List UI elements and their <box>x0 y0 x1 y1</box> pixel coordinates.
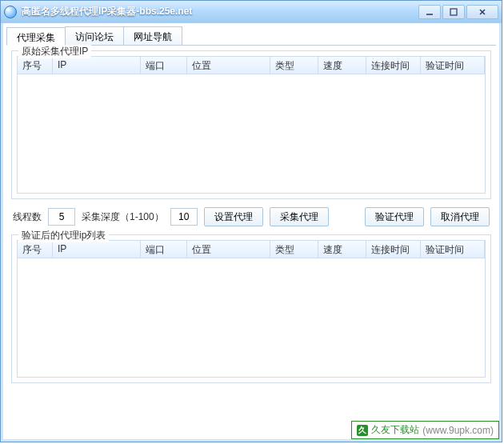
titlebar: 高匿名多线程代理IP采集器-bbs.25e.net <box>1 1 502 23</box>
col-speed[interactable]: 速度 <box>318 57 366 74</box>
col-ip[interactable]: IP <box>53 57 141 74</box>
client-area: 代理采集 访问论坛 网址导航 原始采集代理IP 序号 IP 端口 位置 类型 速… <box>1 23 502 442</box>
window-title: 高匿名多线程代理IP采集器-bbs.25e.net <box>22 5 418 18</box>
table-verified-body[interactable] <box>18 258 485 377</box>
table-raw-body[interactable] <box>18 74 485 193</box>
col-port[interactable]: 端口 <box>141 241 187 258</box>
watermark: 久 久友下载站 (www.9upk.com) <box>351 421 499 439</box>
tab-bar: 代理采集 访问论坛 网址导航 <box>6 26 496 46</box>
cancel-proxy-button[interactable]: 取消代理 <box>430 207 490 226</box>
tab-panel-collect: 原始采集代理IP 序号 IP 端口 位置 类型 速度 连接时间 验证时间 <box>6 46 496 436</box>
col-ip[interactable]: IP <box>53 241 141 258</box>
close-button[interactable] <box>466 5 498 19</box>
col-port[interactable]: 端口 <box>141 57 187 74</box>
col-type[interactable]: 类型 <box>270 241 318 258</box>
tab-nav[interactable]: 网址导航 <box>123 26 182 45</box>
svg-rect-1 <box>450 9 457 15</box>
col-conn[interactable]: 连接时间 <box>366 241 421 258</box>
table-verified: 序号 IP 端口 位置 类型 速度 连接时间 验证时间 <box>17 240 486 378</box>
col-conn[interactable]: 连接时间 <box>366 57 421 74</box>
maximize-button[interactable] <box>442 5 465 19</box>
set-proxy-button[interactable]: 设置代理 <box>204 207 263 226</box>
groupbox-raw: 原始采集代理IP 序号 IP 端口 位置 类型 速度 连接时间 验证时间 <box>11 50 491 199</box>
app-window: 高匿名多线程代理IP采集器-bbs.25e.net 代理采集 访问论坛 网址导航… <box>0 0 502 442</box>
app-icon <box>4 6 17 18</box>
watermark-logo-icon: 久 <box>357 425 368 436</box>
window-controls <box>418 5 498 19</box>
tab-collect[interactable]: 代理采集 <box>6 27 66 46</box>
groupbox-raw-legend: 原始采集代理IP <box>18 45 91 58</box>
col-verify[interactable]: 验证时间 <box>421 241 485 258</box>
depth-input[interactable] <box>170 208 198 226</box>
table-raw-header: 序号 IP 端口 位置 类型 速度 连接时间 验证时间 <box>18 57 485 74</box>
col-seq[interactable]: 序号 <box>18 241 53 258</box>
table-raw: 序号 IP 端口 位置 类型 速度 连接时间 验证时间 <box>17 56 486 194</box>
minimize-button[interactable] <box>418 5 441 19</box>
col-type[interactable]: 类型 <box>270 57 318 74</box>
controls-row: 线程数 采集深度（1-100） 设置代理 采集代理 验证代理 取消代理 <box>11 204 491 230</box>
threads-label: 线程数 <box>13 210 42 224</box>
col-loc[interactable]: 位置 <box>187 57 270 74</box>
col-seq[interactable]: 序号 <box>18 57 53 74</box>
collect-proxy-button[interactable]: 采集代理 <box>270 207 329 226</box>
col-speed[interactable]: 速度 <box>318 241 366 258</box>
col-loc[interactable]: 位置 <box>187 241 270 258</box>
table-verified-header: 序号 IP 端口 位置 类型 速度 连接时间 验证时间 <box>18 241 485 258</box>
verify-proxy-button[interactable]: 验证代理 <box>365 207 424 226</box>
watermark-name: 久友下载站 <box>371 423 419 437</box>
col-verify[interactable]: 验证时间 <box>421 57 485 74</box>
watermark-url: (www.9upk.com) <box>422 425 494 436</box>
threads-input[interactable] <box>48 208 75 226</box>
groupbox-verified: 验证后的代理ip列表 序号 IP 端口 位置 类型 速度 连接时间 验证时间 <box>11 234 491 383</box>
depth-label: 采集深度（1-100） <box>82 210 164 224</box>
groupbox-verified-legend: 验证后的代理ip列表 <box>18 229 109 242</box>
tab-forum[interactable]: 访问论坛 <box>65 26 124 45</box>
